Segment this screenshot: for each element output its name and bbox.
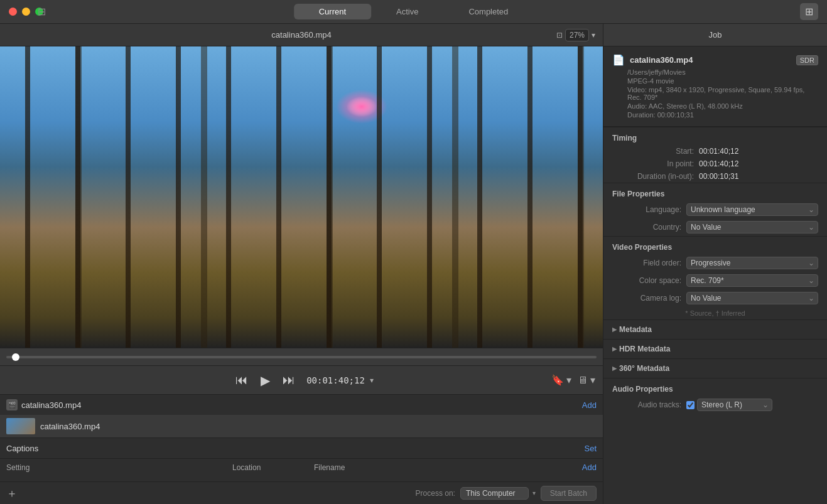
timing-inpoint-value: 00:01:40;12 bbox=[694, 159, 818, 168]
timing-duration-label: Duration (in-out): bbox=[612, 172, 694, 181]
file-format: MPEG-4 movie bbox=[627, 77, 818, 85]
color-space-label: Color space: bbox=[612, 276, 681, 285]
timeline-thumb[interactable] bbox=[12, 353, 19, 361]
zoom-dropdown-icon: ▾ bbox=[592, 31, 595, 40]
audio-tracks-select[interactable]: Stereo (L R) bbox=[697, 399, 772, 411]
timecode-display[interactable]: 00:01:40;12 bbox=[301, 373, 370, 388]
timing-start-value: 00:01:40;12 bbox=[694, 147, 818, 156]
bottom-bar: ＋ Process on: This Computer ▾ Start Batc… bbox=[0, 481, 603, 504]
zoom-icon: ⊡ bbox=[556, 31, 563, 40]
tab-completed[interactable]: Completed bbox=[443, 4, 533, 19]
camera-log-row: Camera log: No Value bbox=[603, 289, 827, 307]
captions-header: Captions Set bbox=[0, 438, 603, 458]
left-panel: catalina360.mp4 ⊡ 27% ▾ ⏮ ▶ ⏭ 00:01:40;1… bbox=[0, 24, 603, 504]
forest-overlay bbox=[0, 46, 603, 348]
computer-dropdown[interactable]: This Computer ▾ bbox=[460, 487, 536, 500]
country-label: Country: bbox=[612, 223, 681, 232]
metadata-section-header[interactable]: Metadata bbox=[603, 319, 827, 339]
source-title: 🎬 catalina360.mp4 bbox=[6, 399, 81, 410]
zoom-control[interactable]: ⊡ 27% ▾ bbox=[556, 29, 595, 41]
prev-frame-button[interactable]: ⏮ bbox=[229, 369, 254, 391]
timing-start-row: Start: 00:01:40;12 bbox=[603, 145, 827, 158]
file-info-title-row: 📄 catalina360.mp4 SDR bbox=[612, 54, 818, 66]
sidebar-toggle-icon[interactable]: ⊟ bbox=[38, 6, 46, 18]
settings-button[interactable]: ⊞ bbox=[800, 3, 818, 20]
captions-add-button[interactable]: Add bbox=[582, 463, 597, 472]
timing-duration-row: Duration (in-out): 00:00:10;31 bbox=[603, 170, 827, 183]
source-thumbnail bbox=[6, 418, 35, 434]
audio-tracks-checkbox[interactable] bbox=[686, 401, 695, 409]
captions-panel: Captions Set Setting Location Filename A… bbox=[0, 437, 603, 481]
language-row: Language: Unknown language bbox=[603, 201, 827, 218]
captions-set-button[interactable]: Set bbox=[584, 444, 597, 453]
computer-value: This Computer bbox=[460, 487, 529, 500]
country-row: Country: No Value bbox=[603, 218, 827, 236]
field-order-row: Field order: Progressive bbox=[603, 254, 827, 272]
language-select[interactable]: Unknown language bbox=[686, 203, 818, 216]
audio-tracks-label: Audio tracks: bbox=[612, 400, 681, 409]
field-order-select-wrap[interactable]: Progressive bbox=[686, 257, 818, 269]
timing-section-header: Timing bbox=[603, 127, 827, 145]
traffic-lights bbox=[0, 8, 43, 16]
job-panel-header: Job bbox=[603, 24, 827, 46]
file-duration: Duration: 00:00:10;31 bbox=[627, 111, 818, 119]
source-item[interactable]: catalina360.mp4 bbox=[0, 415, 603, 437]
field-order-select[interactable]: Progressive bbox=[686, 257, 818, 269]
language-select-wrap[interactable]: Unknown language bbox=[686, 203, 818, 216]
right-panel: Job 📄 catalina360.mp4 SDR /Users/jeffy/M… bbox=[603, 24, 827, 504]
timing-inpoint-label: In point: bbox=[612, 159, 694, 168]
video-frame bbox=[0, 46, 603, 348]
source-header: 🎬 catalina360.mp4 Add bbox=[0, 395, 603, 415]
play-button[interactable]: ▶ bbox=[254, 369, 276, 392]
process-on-label: Process on: bbox=[416, 489, 455, 498]
audio-tracks-select-wrap[interactable]: Stereo (L R) bbox=[697, 399, 772, 411]
language-label: Language: bbox=[612, 205, 681, 214]
preview-filename: catalina360.mp4 bbox=[271, 30, 331, 40]
title-bar: ⊟ Current Active Completed ⊞ bbox=[0, 0, 827, 24]
bookmark-button[interactable]: 🔖 ▾ bbox=[551, 374, 571, 386]
add-source-button[interactable]: ＋ bbox=[6, 486, 18, 501]
timing-duration-value: 00:00:10;31 bbox=[694, 172, 818, 181]
source-file-icon: 🎬 bbox=[6, 399, 18, 410]
color-space-select[interactable]: Rec. 709* bbox=[686, 274, 818, 287]
start-batch-button[interactable]: Start Batch bbox=[541, 486, 597, 501]
captions-columns: Setting Location Filename Add bbox=[0, 458, 603, 476]
captions-title: Captions bbox=[6, 444, 38, 453]
source-filename: catalina360.mp4 bbox=[21, 400, 81, 410]
file-path: /Users/jeffy/Movies bbox=[627, 68, 818, 76]
next-frame-button[interactable]: ⏭ bbox=[276, 369, 301, 391]
audio-props-section-header: Audio Properties bbox=[603, 378, 827, 396]
info-filename-text: catalina360.mp4 bbox=[630, 55, 693, 65]
color-space-row: Color space: Rec. 709* bbox=[603, 272, 827, 289]
tab-group: Current Active Completed bbox=[294, 4, 534, 19]
camera-log-label: Camera log: bbox=[612, 294, 681, 303]
source-item-name: catalina360.mp4 bbox=[40, 422, 100, 431]
source-add-button[interactable]: Add bbox=[582, 400, 597, 410]
video-props-note: * Source, † Inferred bbox=[603, 307, 827, 319]
timeline-bar[interactable] bbox=[0, 348, 603, 365]
bottom-center: Process on: This Computer ▾ Start Batch bbox=[416, 486, 597, 501]
tab-current[interactable]: Current bbox=[294, 4, 371, 19]
camera-log-select-wrap[interactable]: No Value bbox=[686, 292, 818, 304]
tab-active[interactable]: Active bbox=[371, 4, 443, 19]
audio-tracks-checkbox-wrap: Stereo (L R) bbox=[686, 399, 772, 411]
col-filename-header: Filename bbox=[314, 463, 582, 472]
file-video-info: Video: mp4, 3840 x 1920, Progressive, Sq… bbox=[627, 86, 818, 101]
close-button[interactable] bbox=[9, 8, 17, 16]
sdr-badge: SDR bbox=[796, 55, 818, 65]
camera-log-select[interactable]: No Value bbox=[686, 292, 818, 304]
country-select-wrap[interactable]: No Value bbox=[686, 221, 818, 233]
file-doc-icon: 📄 bbox=[612, 54, 625, 66]
file-props-section-header: File Properties bbox=[603, 183, 827, 201]
threesixty-metadata-section-header[interactable]: 360° Metadata bbox=[603, 358, 827, 378]
job-title: Job bbox=[709, 30, 722, 40]
timecode-dropdown-icon[interactable]: ▾ bbox=[370, 376, 374, 385]
color-space-select-wrap[interactable]: Rec. 709* bbox=[686, 274, 818, 287]
hdr-metadata-section-header[interactable]: HDR Metadata bbox=[603, 339, 827, 358]
monitor-button[interactable]: 🖥 ▾ bbox=[578, 374, 595, 386]
country-select[interactable]: No Value bbox=[686, 221, 818, 233]
timeline-progress[interactable] bbox=[6, 356, 597, 358]
minimize-button[interactable] bbox=[22, 8, 30, 16]
file-info-filename: 📄 catalina360.mp4 bbox=[612, 54, 693, 66]
preview-header: catalina360.mp4 ⊡ 27% ▾ bbox=[0, 24, 603, 46]
